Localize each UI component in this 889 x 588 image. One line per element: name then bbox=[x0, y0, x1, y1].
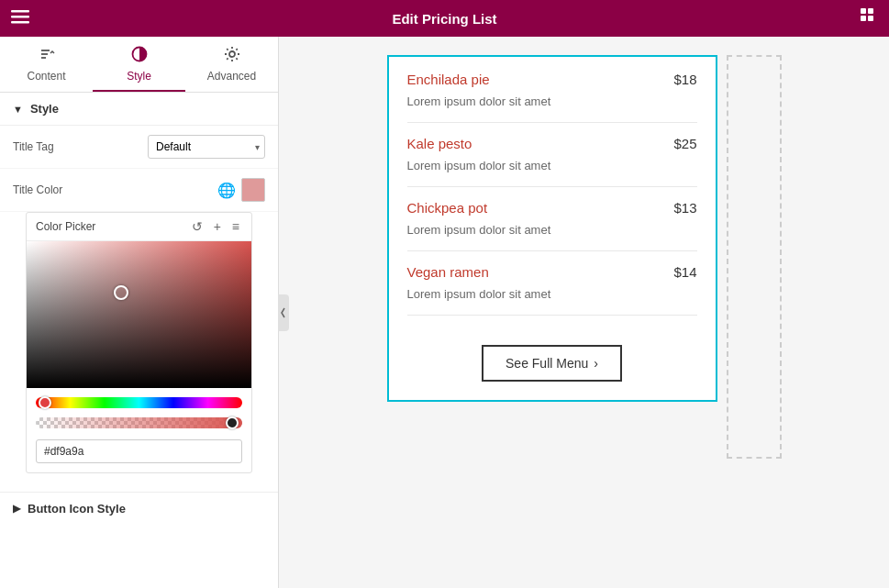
add-color-button[interactable]: + bbox=[211, 218, 224, 235]
color-picker-box: Color Picker ↺ + ≡ bbox=[26, 212, 252, 473]
svg-rect-5 bbox=[861, 16, 866, 21]
pricing-price-1: $25 bbox=[673, 136, 696, 151]
svg-rect-6 bbox=[868, 16, 873, 21]
style-arrow-icon: ▼ bbox=[13, 104, 23, 115]
title-tag-control: Default ▾ bbox=[148, 135, 265, 159]
hue-slider-wrapper bbox=[27, 388, 251, 416]
pricing-title-row-3: Vegan ramen $14 bbox=[407, 264, 697, 280]
pricing-widget[interactable]: Enchilada pie $18 Lorem ipsum dolor sit … bbox=[387, 55, 717, 402]
pricing-item-3: Vegan ramen $14 Lorem ipsum dolor sit am… bbox=[407, 264, 697, 316]
svg-rect-2 bbox=[11, 21, 29, 24]
color-picker-header: Color Picker ↺ + ≡ bbox=[27, 213, 251, 241]
left-panel: Content Style Advanced bbox=[0, 37, 279, 588]
hex-input-wrapper bbox=[27, 436, 251, 472]
content-icon bbox=[39, 46, 55, 67]
pricing-title-row-2: Chickpea pot $13 bbox=[407, 200, 697, 216]
right-content: Enchilada pie $18 Lorem ipsum dolor sit … bbox=[279, 37, 889, 588]
color-swatch[interactable] bbox=[241, 178, 265, 202]
globe-icon[interactable]: 🌐 bbox=[217, 182, 236, 199]
dashed-outline-box bbox=[727, 55, 782, 459]
pricing-desc-2: Lorem ipsum dolor sit amet bbox=[407, 223, 551, 237]
pricing-item-0: Enchilada pie $18 Lorem ipsum dolor sit … bbox=[407, 72, 697, 123]
see-full-menu-button[interactable]: See Full Menu › bbox=[482, 345, 622, 382]
panel-collapse-handle[interactable] bbox=[278, 294, 289, 331]
hamburger-icon[interactable] bbox=[11, 7, 29, 29]
pricing-desc-3: Lorem ipsum dolor sit amet bbox=[407, 287, 551, 301]
title-tag-label: Title Tag bbox=[13, 140, 148, 153]
button-icon-arrow-icon: ▶ bbox=[13, 503, 20, 515]
see-menu-label: See Full Menu bbox=[506, 356, 588, 371]
svg-rect-1 bbox=[11, 16, 29, 18]
button-icon-style-label: Button Icon Style bbox=[28, 502, 126, 516]
pricing-title-row-1: Kale pesto $25 bbox=[407, 136, 697, 151]
style-section-label: Style bbox=[30, 102, 59, 116]
tab-advanced-label: Advanced bbox=[207, 70, 256, 83]
pricing-price-0: $18 bbox=[673, 72, 696, 87]
reset-color-button[interactable]: ↺ bbox=[189, 218, 206, 235]
color-picker-actions: ↺ + ≡ bbox=[189, 218, 242, 235]
svg-rect-4 bbox=[868, 8, 873, 14]
tab-content-label: Content bbox=[27, 70, 65, 83]
title-tag-dropdown-wrapper[interactable]: Default ▾ bbox=[148, 135, 265, 159]
svg-rect-3 bbox=[861, 8, 866, 14]
pricing-item-1: Kale pesto $25 Lorem ipsum dolor sit ame… bbox=[407, 136, 697, 187]
page-title: Edit Pricing List bbox=[392, 11, 496, 27]
title-color-controls: 🌐 bbox=[217, 178, 265, 202]
title-tag-row: Title Tag Default ▾ bbox=[0, 126, 278, 169]
alpha-thumb bbox=[226, 416, 239, 429]
tab-advanced[interactable]: Advanced bbox=[185, 37, 278, 92]
title-color-label: Title Color bbox=[13, 183, 217, 196]
gradient-canvas[interactable] bbox=[27, 241, 251, 388]
pricing-title-2: Chickpea pot bbox=[407, 200, 488, 216]
pricing-title-0: Enchilada pie bbox=[407, 72, 490, 87]
grid-icon[interactable] bbox=[860, 7, 878, 29]
hex-input[interactable] bbox=[36, 439, 242, 463]
advanced-icon bbox=[224, 46, 240, 67]
title-color-row: Title Color 🌐 bbox=[0, 169, 278, 212]
svg-rect-0 bbox=[11, 10, 29, 13]
pricing-price-3: $14 bbox=[673, 264, 696, 280]
panel-content: ▼ Style Title Tag Default ▾ Title Color bbox=[0, 93, 278, 588]
alpha-slider-wrapper bbox=[27, 416, 251, 436]
style-section-header[interactable]: ▼ Style bbox=[0, 93, 278, 126]
gradient-cursor bbox=[114, 285, 128, 300]
button-icon-style-header[interactable]: ▶ Button Icon Style bbox=[0, 492, 278, 525]
tab-style[interactable]: Style bbox=[93, 37, 185, 92]
arrow-right-icon: › bbox=[594, 356, 598, 371]
hue-slider[interactable] bbox=[36, 397, 242, 408]
pricing-title-1: Kale pesto bbox=[407, 136, 472, 151]
alpha-track[interactable] bbox=[36, 417, 242, 428]
tab-content[interactable]: Content bbox=[0, 37, 93, 92]
pricing-desc-1: Lorem ipsum dolor sit amet bbox=[407, 159, 551, 172]
pricing-item-2: Chickpea pot $13 Lorem ipsum dolor sit a… bbox=[407, 200, 697, 251]
pricing-title-3: Vegan ramen bbox=[407, 264, 489, 280]
tab-style-label: Style bbox=[127, 70, 151, 83]
main-layout: Content Style Advanced bbox=[0, 37, 889, 588]
tabs: Content Style Advanced bbox=[0, 37, 278, 93]
color-picker-title: Color Picker bbox=[36, 220, 182, 233]
more-color-button[interactable]: ≡ bbox=[229, 218, 242, 235]
pricing-desc-0: Lorem ipsum dolor sit amet bbox=[407, 94, 551, 108]
color-picker-container: Color Picker ↺ + ≡ bbox=[0, 212, 278, 492]
top-bar: Edit Pricing List bbox=[0, 0, 889, 37]
svg-point-11 bbox=[229, 51, 235, 57]
title-tag-select[interactable]: Default bbox=[148, 135, 265, 159]
pricing-price-2: $13 bbox=[673, 200, 696, 216]
style-icon bbox=[131, 46, 148, 67]
pricing-title-row-0: Enchilada pie $18 bbox=[407, 72, 697, 87]
